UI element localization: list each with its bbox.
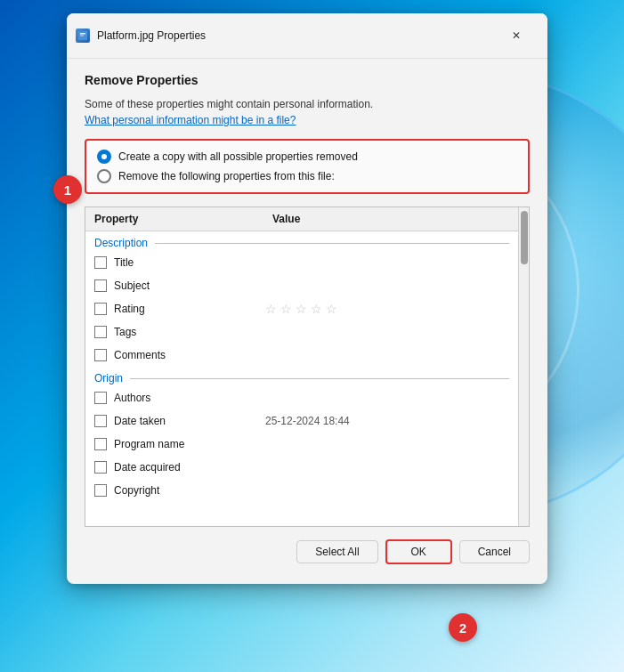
prop-name-title: Title: [114, 256, 265, 269]
checkbox-date-taken[interactable]: [94, 415, 107, 427]
rating-stars: ☆ ☆ ☆ ☆ ☆: [265, 302, 509, 316]
property-table-header: Property Value: [85, 207, 518, 231]
checkbox-date-acquired[interactable]: [94, 461, 107, 474]
prop-row-copyright: Copyright: [85, 479, 518, 502]
prop-row-program-name: Program name: [85, 433, 518, 456]
category-description: Description: [85, 231, 518, 251]
category-line-origin: [130, 378, 509, 379]
category-origin: Origin: [85, 367, 518, 386]
prop-name-subject: Subject: [114, 279, 265, 292]
info-text: Some of these properties might contain p…: [85, 98, 530, 110]
col-value-header: Value: [272, 213, 509, 225]
scrollbar-thumb[interactable]: [521, 211, 528, 264]
prop-row-date-acquired: Date acquired: [85, 456, 518, 479]
checkbox-rating[interactable]: [94, 303, 107, 315]
properties-dialog: Platform.jpg Properties ✕ Remove Propert…: [67, 13, 547, 584]
cancel-button[interactable]: Cancel: [459, 540, 530, 563]
close-button[interactable]: ✕: [496, 22, 537, 49]
checkbox-comments[interactable]: [94, 349, 107, 361]
prop-row-subject: Subject: [85, 274, 518, 297]
prop-row-authors: Authors: [85, 386, 518, 409]
svg-rect-2: [80, 36, 84, 36]
prop-row-title: Title: [85, 251, 518, 274]
property-list-container: Property Value Description Title: [85, 206, 530, 527]
radio-option-2[interactable]: Remove the following properties from thi…: [97, 169, 517, 183]
property-list-scroll[interactable]: Property Value Description Title: [85, 207, 518, 526]
radio-group: Create a copy with all possible properti…: [85, 139, 530, 194]
prop-name-authors: Authors: [114, 392, 265, 404]
dialog-title: Platform.jpg Properties: [97, 29, 489, 42]
ok-button[interactable]: OK: [385, 539, 452, 564]
col-property-header: Property: [94, 213, 272, 225]
prop-name-tags: Tags: [114, 326, 265, 338]
checkbox-copyright[interactable]: [94, 484, 107, 497]
radio-input-2[interactable]: [97, 169, 111, 183]
svg-rect-1: [80, 33, 85, 35]
radio-label-2: Remove the following properties from thi…: [118, 170, 335, 182]
button-row: Select All OK Cancel: [85, 539, 530, 570]
section-title: Remove Properties: [85, 73, 530, 87]
prop-row-comments: Comments: [85, 344, 518, 367]
prop-name-date-acquired: Date acquired: [114, 461, 265, 474]
radio-label-1: Create a copy with all possible properti…: [118, 150, 358, 163]
prop-name-rating: Rating: [114, 303, 265, 315]
dialog-content: Remove Properties Some of these properti…: [67, 59, 547, 584]
prop-name-program-name: Program name: [114, 438, 265, 450]
badge-2: 2: [449, 613, 477, 642]
dialog-icon: [76, 28, 90, 43]
prop-value-rating: ☆ ☆ ☆ ☆ ☆: [265, 302, 509, 316]
checkbox-subject[interactable]: [94, 279, 107, 292]
prop-value-date-taken: 25-12-2024 18:44: [265, 415, 509, 427]
select-all-button[interactable]: Select All: [296, 540, 377, 563]
checkbox-authors[interactable]: [94, 392, 107, 404]
prop-row-rating: Rating ☆ ☆ ☆ ☆ ☆: [85, 297, 518, 320]
checkbox-program-name[interactable]: [94, 438, 107, 450]
radio-option-1[interactable]: Create a copy with all possible properti…: [97, 150, 517, 164]
prop-name-date-taken: Date taken: [114, 415, 265, 427]
prop-name-copyright: Copyright: [114, 484, 265, 497]
info-link[interactable]: What personal information might be in a …: [85, 114, 530, 126]
checkbox-title[interactable]: [94, 256, 107, 269]
radio-input-1[interactable]: [97, 150, 111, 164]
prop-row-tags: Tags: [85, 320, 518, 344]
prop-name-comments: Comments: [114, 349, 265, 361]
category-line: [155, 243, 509, 244]
checkbox-tags[interactable]: [94, 326, 107, 338]
title-bar: Platform.jpg Properties ✕: [67, 13, 547, 59]
badge-1: 1: [53, 175, 82, 204]
scrollbar[interactable]: [518, 207, 529, 526]
window-controls: ✕: [496, 22, 537, 49]
prop-row-date-taken: Date taken 25-12-2024 18:44: [85, 409, 518, 433]
